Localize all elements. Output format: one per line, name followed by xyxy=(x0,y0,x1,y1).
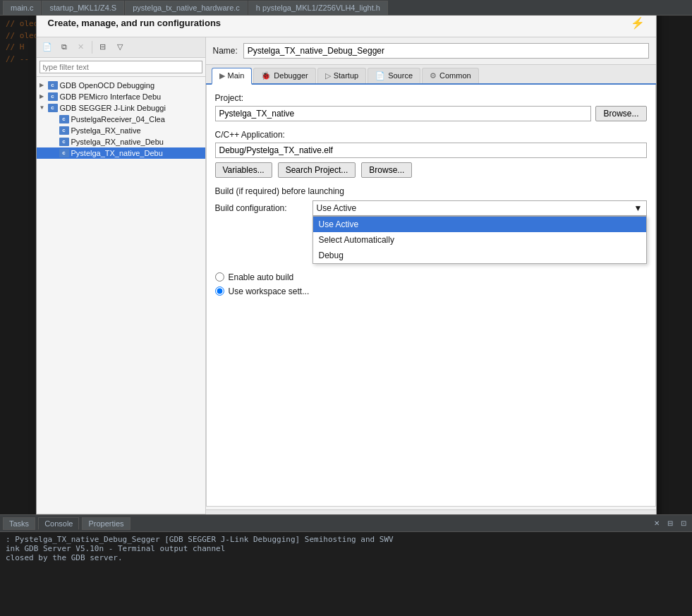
tree-icon-segger: c xyxy=(48,104,58,112)
console-tab-bar: Tasks Console Properties ✕ ⊟ ⊡ xyxy=(0,514,692,531)
search-project-button[interactable]: Search Project... xyxy=(278,162,356,178)
name-label: Name: xyxy=(213,46,238,56)
lightning-icon: ⚡ xyxy=(631,16,645,30)
tree-item-rx-debug[interactable]: c Pystelga_RX_native_Debu xyxy=(37,136,205,147)
tree-label-openocd: GDB OpenOCD Debugging xyxy=(60,81,155,90)
middle-area: // oled // oled // H // -- ⚡ Flash Confi… xyxy=(0,16,692,514)
delete-button[interactable]: ✕ xyxy=(73,40,89,55)
tree-label-pustelga: PustelgaReceiver_04_Clea xyxy=(71,115,165,123)
filter-input[interactable] xyxy=(40,61,202,73)
tree-label-segger: GDB SEGGER J-Link Debuggi xyxy=(60,104,166,112)
console-line-1: : Pystelga_TX_native_Debug_Segger [GDB S… xyxy=(6,535,686,544)
collapse-button[interactable]: ⊟ xyxy=(95,40,111,55)
workspace-label: Use workspace sett... xyxy=(229,286,310,296)
tab-main[interactable]: ▶ Main xyxy=(212,68,253,85)
tab-common[interactable]: ⚙ Common xyxy=(422,68,479,83)
tree-label-tx-debug: Pystelga_TX_native_Debu xyxy=(71,149,163,157)
tasks-tab-label: Tasks xyxy=(9,519,29,528)
tree-arrow-segger: ▼ xyxy=(40,104,48,111)
tree-item-tx-debug[interactable]: c Pystelga_TX_native_Debu xyxy=(37,147,205,159)
duplicate-button[interactable]: ⧉ xyxy=(56,40,72,55)
tree-item-segger[interactable]: ▼ c GDB SEGGER J-Link Debuggi xyxy=(37,102,205,114)
console-tab-tasks[interactable]: Tasks xyxy=(3,517,35,530)
cpp-browse-button[interactable]: Browse... xyxy=(361,162,412,178)
tab-main-c[interactable]: main.c xyxy=(3,1,41,15)
dropdown-arrow-icon: ▼ xyxy=(634,203,643,213)
build-config-dropdown: Use Active ▼ Use Active Select Automatic… xyxy=(312,200,647,216)
console-maximize-button[interactable]: ⊡ xyxy=(678,518,689,529)
project-row: Browse... xyxy=(215,106,647,121)
console-tab-properties[interactable]: Properties xyxy=(82,517,130,530)
tree-icon-pustelga: c xyxy=(59,115,69,123)
auto-build-radio[interactable] xyxy=(215,272,224,282)
tab-startup[interactable]: ▷ Startup xyxy=(317,68,366,83)
debugger-tab-label: Debugger xyxy=(274,71,308,80)
console-minimize-button[interactable]: ⊟ xyxy=(664,518,676,529)
workspace-radio[interactable] xyxy=(215,286,224,296)
config-content: Project: Browse... C/C++ Application: xyxy=(206,85,656,507)
cpp-app-row xyxy=(215,143,647,158)
cpp-app-input[interactable] xyxy=(215,143,647,158)
new-config-button[interactable]: 📄 xyxy=(40,40,55,55)
left-toolbar: 📄 ⧉ ✕ ⊟ ▽ xyxy=(37,37,205,58)
console-clear-button[interactable]: ✕ xyxy=(651,518,662,529)
filter-button[interactable]: ▽ xyxy=(112,40,128,55)
debugger-tab-icon: 🐞 xyxy=(261,71,271,80)
tab-debugger[interactable]: 🐞 Debugger xyxy=(253,68,315,83)
tree-arrow-openocd: ▶ xyxy=(40,82,48,88)
common-tab-label: Common xyxy=(439,71,471,80)
tree-icon-openocd: c xyxy=(48,81,58,90)
config-tabs: ▶ Main 🐞 Debugger ▷ Startup xyxy=(206,65,656,85)
console-line-2: ink GDB Server V5.10n - Terminal output … xyxy=(6,544,686,553)
tab-main-c-label: main.c xyxy=(11,4,33,12)
tree-item-openocd[interactable]: ▶ c GDB OpenOCD Debugging xyxy=(37,80,205,91)
tree-container: ▶ c GDB OpenOCD Debugging ▶ c GDB PEMicr… xyxy=(37,77,205,514)
name-row: Name: xyxy=(206,37,656,65)
main-tab-icon: ▶ xyxy=(219,71,225,80)
tab-light-h-label: h pystelga_MKL1/Z256VLH4_light.h xyxy=(256,4,380,12)
tree-item-pemicro[interactable]: ▶ c GDB PEMicro Interface Debu xyxy=(37,91,205,102)
page-wrapper: main.c startup_MKL1/Z4.S pystelga_tx_nat… xyxy=(0,0,692,616)
tree-item-rx-native[interactable]: c Pystelga_RX_native xyxy=(37,125,205,136)
common-tab-icon: ⚙ xyxy=(430,71,437,80)
dropdown-trigger[interactable]: Use Active ▼ xyxy=(312,200,647,216)
tree-label-rx: Pystelga_RX_native xyxy=(71,126,141,135)
tab-startup-label: startup_MKL1/Z4.S xyxy=(49,4,116,12)
dropdown-option-select-auto[interactable]: Select Automatically xyxy=(313,232,646,248)
left-bottom: ◀ ▶ Filter matched 11 of 14 items xyxy=(37,514,205,515)
tree-icon-pemicro: c xyxy=(48,92,58,101)
project-input[interactable] xyxy=(215,106,592,121)
console-tab-label: Console xyxy=(44,519,73,528)
tree-arrow-pemicro: ▶ xyxy=(40,93,48,99)
tree-item-pustelga[interactable]: c PustelgaReceiver_04_Clea xyxy=(37,114,205,125)
variables-button[interactable]: Variables... xyxy=(215,162,272,178)
tab-source[interactable]: 📄 Source xyxy=(368,68,420,83)
filter-container xyxy=(37,58,205,77)
dropdown-popup: Use Active Select Automatically Debug xyxy=(312,216,647,264)
tab-hardware[interactable]: pystelga_tx_native_hardware.c xyxy=(125,1,248,15)
console-tab-console[interactable]: Console xyxy=(38,517,79,530)
cpp-button-row: Variables... Search Project... Browse... xyxy=(215,162,647,178)
dialog-subtitle: Create, manage, and run configurations ⚡ xyxy=(37,16,656,37)
auto-build-label: Enable auto build xyxy=(229,272,294,282)
build-config-label: Build configuration: xyxy=(215,203,307,213)
cpp-app-label: C/C++ Application: xyxy=(215,130,647,140)
tree-icon-rx-debug: c xyxy=(59,138,69,146)
project-browse-button[interactable]: Browse... xyxy=(595,106,646,121)
console-output: : Pystelga_TX_native_Debug_Segger [GDB S… xyxy=(0,531,692,616)
scrollbar-container: ◀ ▶ xyxy=(37,514,205,515)
console-line-3: closed by the GDB server. xyxy=(6,553,686,562)
tree-icon-rx: c xyxy=(59,126,69,135)
dropdown-option-debug[interactable]: Debug xyxy=(313,248,646,263)
build-label: Build (if required) before launching xyxy=(215,186,647,196)
dialog-subtitle-text: Create, manage, and run configurations xyxy=(48,18,221,28)
dropdown-option-use-active[interactable]: Use Active xyxy=(313,217,646,232)
source-tab-label: Source xyxy=(388,71,413,80)
name-input[interactable] xyxy=(243,43,649,59)
auto-build-row: Enable auto build xyxy=(215,272,647,282)
tab-startup[interactable]: startup_MKL1/Z4.S xyxy=(42,1,124,15)
tab-light-h[interactable]: h pystelga_MKL1/Z256VLH4_light.h xyxy=(248,1,388,15)
top-tab-bar: main.c startup_MKL1/Z4.S pystelga_tx_nat… xyxy=(0,0,692,16)
tab-hardware-label: pystelga_tx_native_hardware.c xyxy=(133,4,240,12)
dialog-footer: ? Apply Revert Flash Close xyxy=(206,509,656,515)
